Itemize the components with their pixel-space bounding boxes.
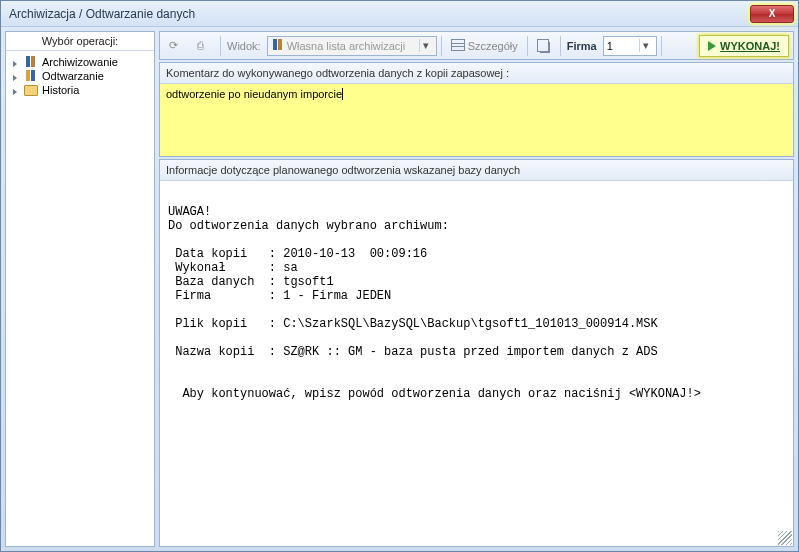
- sidebar-item-archiwizowanie[interactable]: Archiwizowanie: [10, 55, 150, 69]
- tree-caret-icon: [13, 75, 17, 81]
- details-icon: [451, 39, 465, 53]
- widok-label: Widok:: [225, 40, 263, 52]
- main-area: ⟳ ⎙ Widok: Własna lista archiwizacji ▾ S…: [159, 31, 794, 547]
- sidebar-item-label: Archiwizowanie: [42, 56, 118, 68]
- widok-combo-value: Własna lista archiwizacji: [287, 40, 417, 52]
- operation-tree: Archiwizowanie Odtwarzanie Historia: [6, 51, 154, 101]
- tree-caret-icon: [13, 61, 17, 67]
- play-icon: [708, 41, 716, 51]
- details-button[interactable]: Szczegóły: [446, 35, 523, 57]
- resize-grip-icon[interactable]: [778, 531, 792, 545]
- window-body: Wybór operacji: Archiwizowanie Odtwarzan…: [1, 27, 798, 551]
- toolbar-divider: [661, 36, 662, 56]
- copy-icon: [537, 39, 551, 53]
- firma-combo-value: 1: [607, 40, 637, 52]
- close-icon: X: [769, 8, 776, 19]
- close-button[interactable]: X: [750, 5, 794, 23]
- execute-button[interactable]: WYKONAJ!: [699, 35, 789, 57]
- text-cursor: [342, 88, 343, 100]
- sidebar: Wybór operacji: Archiwizowanie Odtwarzan…: [5, 31, 155, 547]
- refresh-icon: ⟳: [169, 39, 183, 53]
- comment-panel: Komentarz do wykonywanego odtworzenia da…: [159, 62, 794, 157]
- window-title: Archiwizacja / Odtwarzanie danych: [9, 7, 195, 21]
- sidebar-header: Wybór operacji:: [6, 32, 154, 51]
- toolbar-divider: [560, 36, 561, 56]
- print-icon: ⎙: [197, 39, 211, 53]
- sidebar-item-historia[interactable]: Historia: [10, 83, 150, 97]
- details-label: Szczegóły: [468, 40, 518, 52]
- print-button[interactable]: ⎙: [192, 35, 216, 57]
- info-header: Informacje dotyczące planowanego odtworz…: [160, 160, 793, 181]
- firma-combo[interactable]: 1 ▾: [603, 36, 657, 56]
- app-window: Archiwizacja / Odtwarzanie danych X Wybó…: [0, 0, 799, 552]
- restore-icon: [24, 70, 38, 82]
- execute-label: WYKONAJ!: [720, 40, 780, 52]
- refresh-button[interactable]: ⟳: [164, 35, 188, 57]
- comment-text: odtworzenie po nieudanym imporcie: [166, 88, 342, 100]
- info-body: UWAGA! Do odtworzenia danych wybrano arc…: [160, 181, 793, 546]
- copy-button[interactable]: [532, 35, 556, 57]
- chevron-down-icon[interactable]: ▾: [639, 39, 653, 52]
- toolbar-divider: [441, 36, 442, 56]
- comment-header: Komentarz do wykonywanego odtworzenia da…: [160, 63, 793, 84]
- info-panel: Informacje dotyczące planowanego odtworz…: [159, 159, 794, 547]
- chevron-down-icon[interactable]: ▾: [419, 39, 433, 52]
- toolbar-divider: [220, 36, 221, 56]
- history-icon: [24, 84, 38, 96]
- db-icon: [271, 39, 285, 53]
- archive-icon: [24, 56, 38, 68]
- widok-combo[interactable]: Własna lista archiwizacji ▾: [267, 36, 437, 56]
- sidebar-item-label: Odtwarzanie: [42, 70, 104, 82]
- comment-textarea[interactable]: odtworzenie po nieudanym imporcie: [160, 84, 793, 156]
- sidebar-item-label: Historia: [42, 84, 79, 96]
- titlebar: Archiwizacja / Odtwarzanie danych X: [1, 1, 798, 27]
- toolbar-divider: [527, 36, 528, 56]
- sidebar-item-odtwarzanie[interactable]: Odtwarzanie: [10, 69, 150, 83]
- firma-label: Firma: [565, 40, 599, 52]
- tree-caret-icon: [13, 89, 17, 95]
- toolbar: ⟳ ⎙ Widok: Własna lista archiwizacji ▾ S…: [159, 31, 794, 60]
